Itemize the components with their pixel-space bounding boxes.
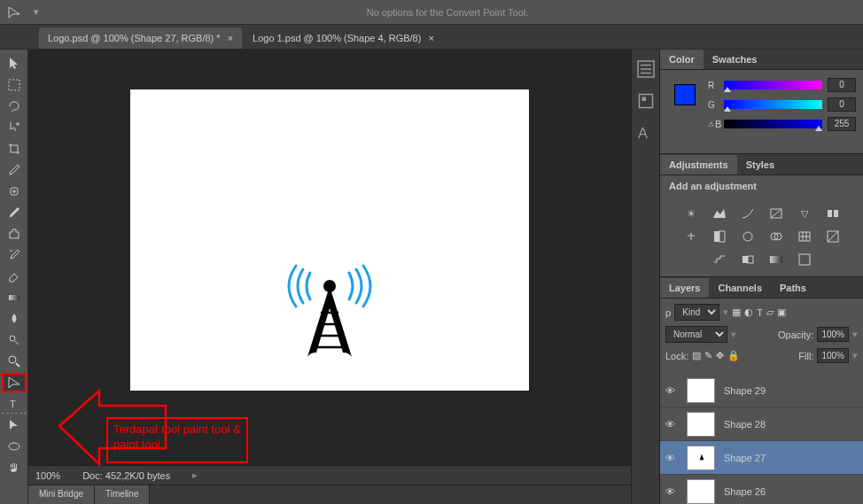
canvas[interactable]	[130, 89, 529, 391]
curves-icon[interactable]	[737, 205, 758, 222]
tab-color[interactable]: Color	[660, 50, 704, 69]
vibrance-icon[interactable]: ▽	[794, 205, 815, 222]
selective-icon[interactable]	[794, 251, 815, 268]
lock-transparent-icon[interactable]: ▨	[692, 350, 701, 361]
filter-pixel-icon[interactable]: ▦	[732, 306, 741, 318]
visibility-icon[interactable]: 👁	[665, 486, 680, 497]
layer-thumb[interactable]	[687, 378, 715, 403]
kind-filter[interactable]: Kind	[674, 304, 719, 321]
eyedropper-tool[interactable]	[2, 160, 27, 180]
hue-icon[interactable]	[822, 205, 844, 222]
convert-point-tool-icon	[7, 5, 21, 19]
adjustments-tabs: Adjustments Styles	[660, 154, 863, 175]
g-slider[interactable]	[724, 100, 822, 109]
lock-all-icon[interactable]: 🔒	[727, 350, 740, 361]
gradient-tool[interactable]	[2, 288, 27, 307]
levels-icon[interactable]	[709, 205, 730, 222]
zoom-tool[interactable]	[2, 352, 27, 371]
zoom-level[interactable]: 100%	[35, 470, 60, 481]
svg-text:A: A	[638, 125, 648, 141]
b-slider[interactable]	[724, 120, 822, 128]
close-icon[interactable]: ×	[428, 33, 433, 43]
svg-point-17	[743, 232, 752, 241]
r-value[interactable]: 0	[828, 78, 856, 92]
dodge-tool[interactable]	[2, 330, 27, 350]
antenna-shape	[276, 264, 383, 363]
layer-name: Shape 28	[724, 419, 766, 430]
invert-icon[interactable]	[822, 228, 844, 245]
photo-filter-icon[interactable]	[737, 228, 758, 245]
type-tool[interactable]: T	[2, 394, 27, 414]
tab-styles[interactable]: Styles	[737, 155, 783, 174]
shape-tool[interactable]	[2, 437, 27, 456]
foreground-color[interactable]	[674, 84, 696, 105]
visibility-icon[interactable]: 👁	[665, 453, 680, 463]
fill-value[interactable]: 100%	[817, 348, 849, 363]
canvas-area: Terdapat tool paint tool & paint tool 10…	[28, 50, 631, 504]
balance-icon[interactable]	[680, 228, 702, 245]
layer-thumb[interactable]	[687, 479, 715, 504]
filter-type-icon[interactable]: T	[757, 307, 763, 318]
layer-shape-27[interactable]: 👁Shape 27	[660, 441, 863, 475]
tab-swatches[interactable]: Swatches	[704, 50, 766, 69]
blend-mode[interactable]: Normal	[665, 326, 727, 343]
history-brush-tool[interactable]	[2, 245, 27, 265]
tab-channels[interactable]: Channels	[709, 278, 771, 298]
canvas-viewport[interactable]: Terdapat tool paint tool & paint tool	[28, 50, 631, 465]
tab-logo[interactable]: Logo.psd @ 100% (Shape 27, RGB/8) *×	[39, 27, 242, 49]
annotation-text: Terdapat tool paint tool & paint tool	[106, 417, 248, 463]
crop-tool[interactable]	[2, 139, 27, 159]
tab-mini-bridge[interactable]: Mini Bridge	[28, 485, 95, 504]
convert-point-tool[interactable]	[2, 373, 27, 392]
brightness-icon[interactable]: ☀	[680, 205, 702, 222]
path-select-tool[interactable]	[2, 415, 27, 435]
filter-shape-icon[interactable]: ▱	[766, 306, 774, 318]
adjustments-title: Add an adjustment	[660, 175, 863, 197]
opacity-value[interactable]: 100%	[817, 327, 849, 342]
visibility-icon[interactable]: 👁	[665, 385, 680, 396]
character-icon[interactable]: A	[635, 122, 657, 143]
layer-shape-28[interactable]: 👁Shape 28	[660, 407, 863, 441]
tab-paths[interactable]: Paths	[771, 278, 815, 298]
tab-adjustments[interactable]: Adjustments	[660, 155, 737, 174]
quick-select-tool[interactable]	[2, 118, 27, 137]
g-value[interactable]: 0	[828, 97, 856, 112]
posterize-icon[interactable]	[709, 251, 730, 268]
eraser-tool[interactable]	[2, 267, 27, 286]
marquee-tool[interactable]	[2, 75, 27, 95]
lut-icon[interactable]	[794, 228, 815, 245]
tab-logo1[interactable]: Logo 1.psd @ 100% (Shape 4, RGB/8)×	[244, 27, 443, 49]
tab-timeline[interactable]: Timeline	[95, 485, 150, 504]
filter-adj-icon[interactable]: ◐	[744, 306, 753, 318]
lock-paint-icon[interactable]: ✎	[704, 350, 712, 361]
tab-layers[interactable]: Layers	[660, 278, 709, 298]
layer-thumb[interactable]	[687, 412, 715, 437]
healing-tool[interactable]	[2, 182, 27, 201]
svg-rect-22	[742, 256, 748, 263]
b-value[interactable]: 255	[828, 117, 856, 131]
layer-shape-29[interactable]: 👁Shape 29	[660, 374, 863, 407]
visibility-icon[interactable]: 👁	[665, 419, 680, 430]
gradient-map-icon[interactable]	[766, 251, 787, 268]
brush-tool[interactable]	[2, 203, 27, 222]
clone-tool[interactable]	[2, 224, 27, 244]
move-tool[interactable]	[2, 54, 27, 74]
blur-tool[interactable]	[2, 309, 27, 329]
r-slider[interactable]	[724, 81, 822, 89]
lock-pos-icon[interactable]: ✥	[716, 350, 724, 361]
color-panel: R0 G0 ⚠B255	[660, 70, 863, 143]
close-icon[interactable]: ×	[228, 33, 233, 43]
hand-tool[interactable]	[2, 458, 27, 477]
properties-icon[interactable]	[635, 90, 657, 112]
color-swatch[interactable]	[667, 77, 697, 107]
lasso-tool[interactable]	[2, 97, 27, 116]
exposure-icon[interactable]	[766, 205, 787, 222]
doc-info: Doc: 452,2K/0 bytes	[82, 470, 170, 481]
bw-icon[interactable]	[709, 228, 730, 245]
filter-smart-icon[interactable]: ▣	[777, 306, 786, 318]
channel-mixer-icon[interactable]	[766, 228, 787, 245]
layer-thumb[interactable]	[687, 446, 715, 470]
history-icon[interactable]	[635, 58, 657, 80]
threshold-icon[interactable]	[737, 251, 758, 268]
layer-shape-26[interactable]: 👁Shape 26	[660, 475, 863, 504]
